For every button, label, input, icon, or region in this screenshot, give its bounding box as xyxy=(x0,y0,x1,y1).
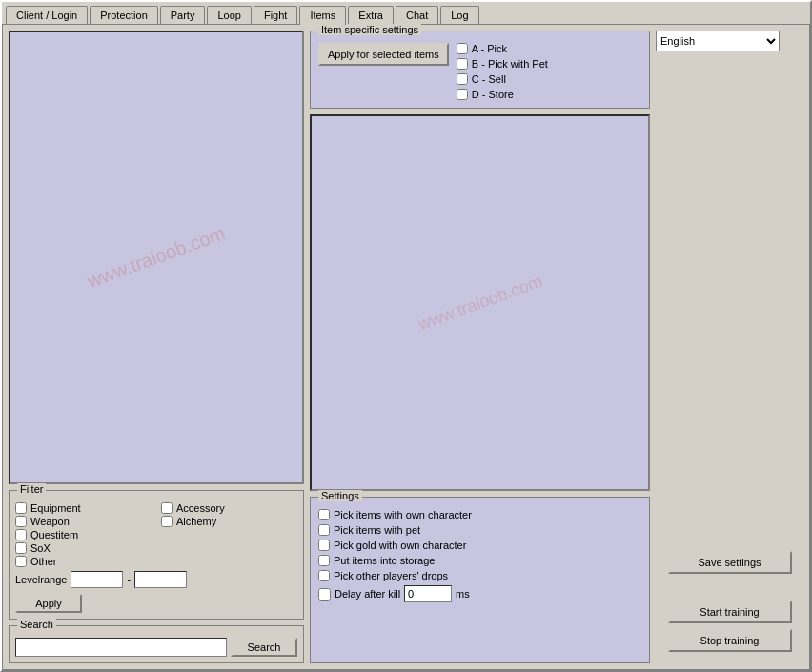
filter-other-label: Other xyxy=(30,556,57,567)
option-b-label: B - Pick with Pet xyxy=(472,58,548,70)
option-d-checkbox[interactable] xyxy=(457,89,468,100)
filter-alchemy[interactable]: Alchemy xyxy=(161,516,297,527)
tab-bar: Client / Login Protection Party Loop Fig… xyxy=(2,2,810,24)
apply-btn-row: Apply xyxy=(15,594,297,613)
right-sidebar: English German French Save settings Star… xyxy=(656,31,803,663)
item-options: A - Pick B - Pick with Pet C - Sell xyxy=(457,43,548,100)
watermark-center: www.traloob.com xyxy=(416,271,545,335)
start-training-button[interactable]: Start training xyxy=(668,601,792,623)
filter-questitem-checkbox[interactable] xyxy=(15,529,27,540)
search-title: Search xyxy=(17,619,56,630)
levelrange-from[interactable] xyxy=(71,571,123,588)
filter-alchemy-checkbox[interactable] xyxy=(161,516,173,527)
filter-questitem-label: Questitem xyxy=(30,529,78,540)
setting-pick-pet[interactable]: Pick items with pet xyxy=(318,524,641,536)
filter-sox-label: SoX xyxy=(30,542,51,554)
levelrange-to[interactable] xyxy=(134,571,187,588)
search-row: Search xyxy=(15,638,297,657)
setting-pick-own[interactable]: Pick items with own character xyxy=(318,509,641,520)
apply-selected-button[interactable]: Apply for selected items xyxy=(318,43,449,66)
setting-pick-own-label: Pick items with own character xyxy=(334,509,472,520)
apply-button[interactable]: Apply xyxy=(15,594,82,613)
filter-equipment-checkbox[interactable] xyxy=(15,502,27,514)
tab-client-login[interactable]: Client / Login xyxy=(6,6,88,24)
tab-loop[interactable]: Loop xyxy=(207,6,251,24)
stop-training-button[interactable]: Stop training xyxy=(668,629,792,652)
filter-equipment-label: Equipment xyxy=(30,502,81,514)
option-a-label: A - Pick xyxy=(472,43,507,54)
delay-unit: ms xyxy=(456,588,470,600)
filter-sox-checkbox[interactable] xyxy=(15,542,27,554)
setting-other-drops-label: Pick other players' drops xyxy=(334,570,448,581)
search-button[interactable]: Search xyxy=(231,638,297,657)
option-c[interactable]: C - Sell xyxy=(457,73,548,85)
setting-pick-gold-checkbox[interactable] xyxy=(318,540,330,551)
option-c-label: C - Sell xyxy=(472,73,506,85)
tab-log[interactable]: Log xyxy=(440,6,478,24)
filter-accessory-label: Accessory xyxy=(176,502,225,514)
settings-inner: Pick items with own character Pick items… xyxy=(318,509,641,602)
filter-weapon-label: Weapon xyxy=(30,516,70,527)
filter-questitem[interactable]: Questitem xyxy=(15,529,152,540)
item-specific-inner: Apply for selected items A - Pick B - Pi… xyxy=(318,43,641,100)
item-detail-area: www.traloob.com xyxy=(310,114,650,491)
setting-pick-own-checkbox[interactable] xyxy=(318,509,330,520)
setting-pick-gold-label: Pick gold with own character xyxy=(334,540,466,551)
level-range-row: Levelrange - xyxy=(15,571,297,588)
setting-storage-checkbox[interactable] xyxy=(318,555,330,566)
levelrange-separator: - xyxy=(127,574,131,585)
setting-other-drops[interactable]: Pick other players' drops xyxy=(318,570,641,581)
language-select[interactable]: English German French xyxy=(656,31,780,51)
filter-title: Filter xyxy=(17,483,46,495)
filter-weapon[interactable]: Weapon xyxy=(15,516,152,527)
left-panel: www.traloob.com Filter Equipment Accesso… xyxy=(9,31,304,663)
tab-content: www.traloob.com Filter Equipment Accesso… xyxy=(2,24,810,670)
main-window: Client / Login Protection Party Loop Fig… xyxy=(0,0,812,672)
setting-pick-pet-label: Pick items with pet xyxy=(334,524,420,536)
filter-other-checkbox[interactable] xyxy=(15,556,27,567)
filter-weapon-checkbox[interactable] xyxy=(15,516,27,527)
setting-pick-pet-checkbox[interactable] xyxy=(318,524,330,536)
filter-group: Filter Equipment Accessory Weapon xyxy=(9,490,304,620)
settings-title: Settings xyxy=(318,490,362,501)
delay-row: Delay after kill ms xyxy=(318,585,641,602)
option-b-checkbox[interactable] xyxy=(457,58,468,70)
filter-sox[interactable]: SoX xyxy=(15,542,152,554)
item-list-box: www.traloob.com xyxy=(9,31,304,484)
setting-other-drops-checkbox[interactable] xyxy=(318,570,330,581)
settings-box: Settings Pick items with own character P… xyxy=(310,497,650,663)
tab-protection[interactable]: Protection xyxy=(90,6,158,24)
levelrange-label: Levelrange xyxy=(15,574,67,585)
delay-label: Delay after kill xyxy=(335,588,400,600)
filter-equipment[interactable]: Equipment xyxy=(15,502,152,514)
setting-pick-gold[interactable]: Pick gold with own character xyxy=(318,540,641,551)
delay-input[interactable] xyxy=(404,585,452,602)
watermark: www.traloob.com xyxy=(85,222,229,293)
right-sidebar-buttons: Save settings Start training Stop traini… xyxy=(656,551,803,663)
apply-selected-btn-wrapper: Apply for selected items xyxy=(318,43,449,100)
option-d[interactable]: D - Store xyxy=(457,89,548,100)
save-settings-button[interactable]: Save settings xyxy=(668,551,792,574)
item-specific-title: Item specific settings xyxy=(318,24,421,35)
option-a[interactable]: A - Pick xyxy=(457,43,548,54)
search-input[interactable] xyxy=(15,638,227,657)
filter-accessory-checkbox[interactable] xyxy=(161,502,173,514)
tab-extra[interactable]: Extra xyxy=(348,6,394,24)
filter-alchemy-label: Alchemy xyxy=(176,516,216,527)
option-b[interactable]: B - Pick with Pet xyxy=(457,58,548,70)
tab-fight[interactable]: Fight xyxy=(254,6,297,24)
option-a-checkbox[interactable] xyxy=(457,43,468,54)
tab-items[interactable]: Items xyxy=(299,6,346,25)
tab-chat[interactable]: Chat xyxy=(396,6,438,24)
tab-party[interactable]: Party xyxy=(160,6,206,24)
center-panel: Item specific settings Apply for selecte… xyxy=(310,31,650,663)
search-group: Search Search xyxy=(9,625,304,663)
filter-other[interactable]: Other xyxy=(15,556,152,567)
option-c-checkbox[interactable] xyxy=(457,73,468,85)
filter-grid: Equipment Accessory Weapon Alchemy xyxy=(15,502,297,567)
filter-accessory[interactable]: Accessory xyxy=(161,502,297,514)
setting-storage-label: Put items into storage xyxy=(334,555,435,566)
delay-checkbox[interactable] xyxy=(318,588,331,601)
setting-storage[interactable]: Put items into storage xyxy=(318,555,641,566)
item-specific-box: Item specific settings Apply for selecte… xyxy=(310,31,650,109)
